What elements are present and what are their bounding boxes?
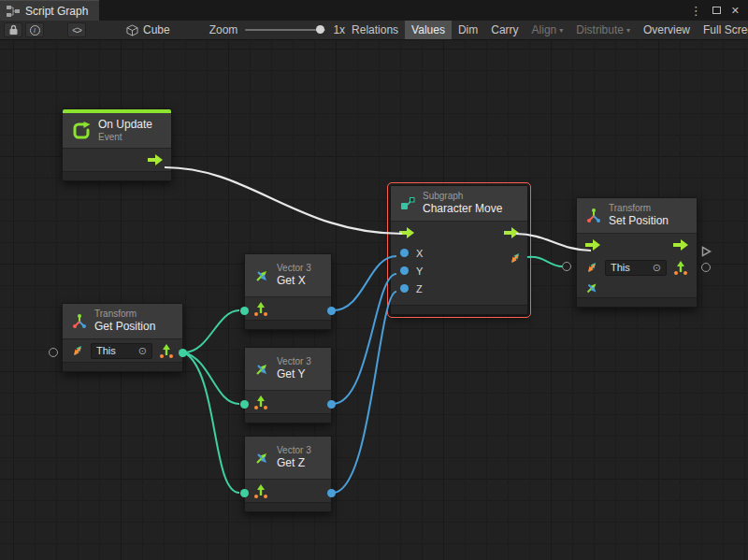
transform-icon [71, 313, 88, 330]
graph-object-chip[interactable]: Cube [126, 23, 170, 36]
lock-button[interactable] [4, 22, 22, 37]
flow-continuation-icon[interactable] [701, 246, 712, 257]
node-category: Vector 3 [277, 356, 311, 367]
value-output-port[interactable] [327, 400, 336, 409]
tab-title: Script Graph [25, 5, 88, 18]
code-icon: <> [72, 25, 81, 36]
node-category: Transform [94, 309, 155, 320]
wire-onupdate-to-charactermove[interactable] [165, 167, 402, 234]
this-row: This ⊙ [63, 339, 182, 362]
this-object-field[interactable]: This ⊙ [605, 260, 667, 276]
window-controls: ⋮ ✕ [690, 0, 748, 21]
carry-button[interactable]: Carry [484, 21, 525, 39]
info-button[interactable]: i [25, 22, 44, 37]
convert-arrows-icon [70, 343, 85, 358]
transform-icon [585, 208, 602, 224]
node-title: Get X [277, 274, 311, 288]
value-output-port[interactable] [327, 307, 336, 315]
value-input-port[interactable] [400, 266, 409, 275]
subgraph-icon [399, 195, 416, 212]
wire-getposition-to-getx[interactable] [184, 310, 239, 352]
update-loop-icon [71, 121, 92, 141]
value-input-port[interactable] [400, 249, 409, 257]
lock-icon [8, 24, 19, 36]
value-input-port[interactable] [240, 489, 249, 497]
zoom-slider[interactable] [245, 29, 325, 31]
node-footer [63, 171, 171, 180]
align-button[interactable]: Align▾ [525, 21, 570, 39]
this-input-port[interactable] [562, 262, 571, 271]
vector3-icon [584, 280, 599, 295]
toolbar-buttons: Relations Values Dim Carry Align▾ Distri… [345, 21, 748, 39]
maximize-icon[interactable] [712, 7, 721, 14]
wire-getx-to-charactermove-x[interactable] [333, 256, 396, 310]
node-character-move[interactable]: Subgraph Character Move X Y Z [390, 185, 528, 315]
flow-row [577, 234, 697, 256]
flow-output-port[interactable] [673, 239, 688, 251]
node-header: Vector 3 Get Y [245, 348, 331, 391]
value-output-port[interactable] [327, 489, 336, 497]
node-get-x[interactable]: Vector 3 Get X [244, 253, 332, 330]
titlebar: Script Graph ⋮ ✕ [0, 0, 748, 21]
node-footer [245, 502, 331, 511]
node-footer [63, 362, 182, 371]
value-input-port[interactable] [240, 400, 249, 409]
port-label: Y [416, 266, 423, 277]
close-icon[interactable]: ✕ [731, 6, 740, 16]
target-picker-icon[interactable]: ⊙ [653, 262, 661, 274]
node-set-position[interactable]: Transform Set Position This ⊙ [576, 197, 698, 308]
code-view-button[interactable]: <> [67, 22, 86, 37]
this-object-field[interactable]: This ⊙ [91, 343, 152, 359]
wire-getz-to-charactermove-z[interactable] [333, 292, 396, 493]
zoom-slider-knob[interactable] [316, 25, 324, 34]
wire-charactermove-to-setposition-this[interactable] [527, 257, 562, 266]
node-header: Transform Get Position [63, 304, 182, 339]
dim-button[interactable]: Dim [452, 21, 484, 39]
port-row-z: Z [391, 280, 527, 297]
flow-output-port[interactable] [148, 154, 163, 165]
flow-row [391, 222, 527, 244]
vector-value-icon [252, 482, 269, 499]
this-field-value: This [96, 345, 116, 356]
distribute-button[interactable]: Distribute▾ [569, 21, 637, 39]
value-continuation-port[interactable] [701, 263, 711, 272]
flow-output-port[interactable] [504, 227, 519, 238]
node-get-position[interactable]: Transform Get Position This ⊙ [62, 303, 183, 372]
graph-canvas[interactable]: On Update Event Transform Get Position [0, 40, 748, 560]
relations-button[interactable]: Relations [345, 21, 405, 39]
this-input-port[interactable] [49, 348, 58, 357]
this-field-value: This [611, 262, 630, 273]
tab-script-graph[interactable]: Script Graph [0, 0, 99, 21]
node-header: Subgraph Character Move [391, 186, 527, 222]
node-get-y[interactable]: Vector 3 Get Y [244, 347, 332, 424]
value-input-port[interactable] [400, 284, 409, 293]
node-header: Vector 3 Get Z [245, 437, 331, 480]
wire-getposition-to-getz[interactable] [184, 352, 239, 493]
flow-input-port[interactable] [399, 227, 414, 238]
target-picker-icon[interactable]: ⊙ [138, 345, 147, 357]
value-row [245, 391, 331, 413]
wire-getposition-to-gety[interactable] [184, 352, 239, 404]
node-get-z[interactable]: Vector 3 Get Z [244, 436, 332, 512]
wire-gety-to-charactermove-y[interactable] [333, 274, 396, 404]
zoom-label: Zoom [209, 23, 238, 36]
flow-input-port[interactable] [585, 239, 600, 251]
node-footer [245, 413, 331, 423]
graph-object-name: Cube [143, 23, 170, 36]
node-category: Vector 3 [277, 263, 311, 274]
value-input-port[interactable] [240, 307, 249, 315]
value-output-port[interactable] [179, 349, 187, 357]
full-screen-button[interactable]: Full Screen [697, 21, 748, 39]
more-menu-icon[interactable]: ⋮ [690, 5, 702, 17]
node-title: Get Position [94, 320, 155, 334]
values-button[interactable]: Values [405, 21, 452, 39]
vector3-icon [253, 267, 270, 284]
node-footer [245, 320, 331, 329]
overview-button[interactable]: Overview [637, 21, 697, 39]
zoom-value: 1x [333, 23, 345, 36]
node-on-update[interactable]: On Update Event [62, 108, 172, 181]
vector-value-icon [252, 300, 269, 317]
icon-row [577, 279, 697, 297]
node-header: Vector 3 Get X [245, 254, 331, 297]
vector-value-icon [158, 342, 175, 359]
